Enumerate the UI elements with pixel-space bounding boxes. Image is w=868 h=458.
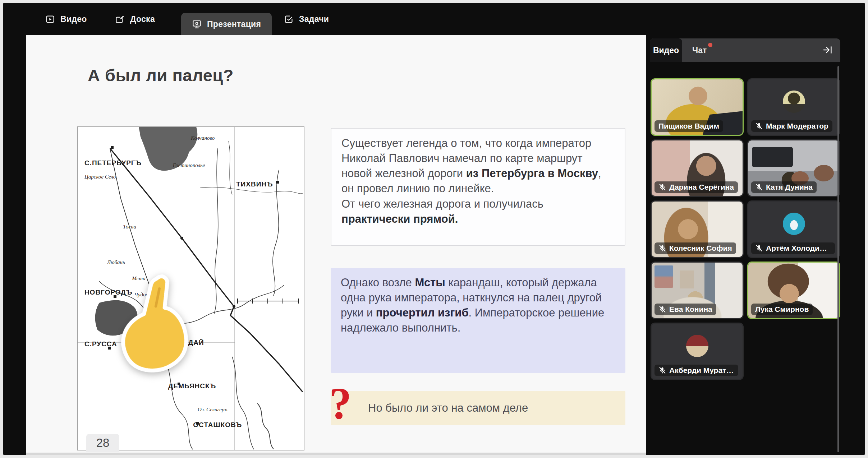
question-banner: ? Но было ли это на самом деле	[331, 391, 625, 425]
participant-tile[interactable]: Акберди Муратб...	[651, 323, 744, 380]
map-label: Гостинополье	[173, 162, 205, 168]
participants-grid: Пищиков Вадим Марк Модератор	[651, 78, 840, 380]
conference-window: Видео Доска Презентация Задачи А был	[3, 3, 865, 455]
page-number-badge: 28	[86, 434, 119, 452]
participant-tile[interactable]: Ева Конина	[651, 262, 744, 319]
mic-muted-icon	[755, 183, 763, 191]
tab-tasks-label: Задачи	[299, 14, 329, 24]
participant-tile[interactable]: Марк Модератор	[747, 78, 840, 136]
tab-video[interactable]: Видео	[45, 3, 87, 35]
map-label: Тосна	[123, 224, 136, 230]
historic-map: С.ПЕТЕРБУРГЪЦарское СелоКолчановоГостино…	[77, 126, 304, 450]
participant-name-bar: Акберди Муратб...	[655, 365, 738, 376]
participant-name: Колесник София	[669, 244, 732, 253]
slide-title: А был ли палец?	[88, 65, 234, 85]
tab-board-label: Доска	[130, 14, 155, 24]
collapse-sidebar-icon[interactable]	[822, 45, 833, 55]
mic-muted-icon	[658, 183, 666, 191]
sidebar-tab-video[interactable]: Видео	[650, 38, 682, 62]
participant-name: Лука Смирнов	[755, 305, 809, 314]
participant-name-bar: Дарина Серёгина	[655, 181, 738, 193]
participant-name-bar: Марк Модератор	[751, 120, 832, 132]
sidebar-header: Видео Чат	[650, 38, 840, 62]
top-tab-bar: Видео Доска Презентация Задачи	[3, 3, 865, 35]
tab-presentation[interactable]: Презентация	[181, 13, 272, 35]
participant-name-bar: Катя Дунина	[751, 181, 817, 193]
map-label: Царское Село	[84, 174, 116, 180]
participant-name: Ева Конина	[669, 305, 712, 314]
participant-name: Дарина Серёгина	[669, 183, 734, 191]
participant-tile[interactable]: Пищиков Вадим	[651, 78, 744, 136]
participant-name-bar: Колесник София	[655, 242, 736, 254]
participant-name: Катя Дунина	[766, 183, 813, 191]
participant-name: Артём Холодинск...	[766, 244, 831, 253]
presentation-tab-icon	[192, 19, 202, 29]
map-label: С.ПЕТЕРБУРГЪ	[84, 159, 142, 167]
tab-board[interactable]: Доска	[115, 3, 155, 35]
participant-avatar	[783, 213, 805, 235]
board-tab-icon	[115, 14, 125, 24]
mic-muted-icon	[658, 244, 666, 252]
map-label: Колчаново	[191, 135, 215, 141]
tab-presentation-label: Презентация	[207, 19, 261, 29]
tab-video-label: Видео	[60, 14, 87, 24]
sidebar-tab-video-label: Видео	[653, 46, 679, 55]
mic-muted-icon	[755, 122, 763, 130]
bend-text-card: Однако возле Мсты карандаш, который держ…	[331, 268, 625, 373]
map-label: ТИХВИНЪ	[236, 180, 273, 188]
legend-text-card: Существует легенда о том, что когда импе…	[331, 128, 625, 246]
mic-muted-icon	[658, 366, 666, 374]
question-text: Но было ли это на самом деле	[368, 401, 528, 416]
participant-name-bar: Артём Холодинск...	[751, 242, 835, 254]
sidebar-tab-chat[interactable]: Чат	[692, 38, 707, 62]
slide-bottom-strip	[26, 453, 646, 455]
chat-notification-dot	[708, 43, 712, 47]
participant-name-bar: Лука Смирнов	[751, 304, 813, 315]
participant-tile[interactable]: Дарина Серёгина	[651, 139, 744, 197]
participant-name: Акберди Муратб...	[669, 366, 734, 375]
mic-muted-icon	[658, 305, 666, 313]
sidebar-tab-chat-label: Чат	[692, 46, 707, 55]
map-label: ДЕМЬЯНСКЪ	[168, 382, 216, 390]
map-label: Любань	[107, 259, 125, 265]
participant-name: Пищиков Вадим	[658, 122, 719, 130]
map-label: Оз. Селигеръ	[198, 407, 227, 413]
participant-tile[interactable]: Артём Холодинск...	[747, 200, 840, 258]
question-mark-glyph: ?	[329, 374, 352, 434]
tab-tasks[interactable]: Задачи	[284, 3, 329, 35]
participant-name-bar: Пищиков Вадим	[655, 120, 723, 132]
video-tab-icon	[45, 14, 55, 24]
app: Видео Доска Презентация Задачи А был	[0, 0, 868, 458]
mic-muted-icon	[755, 244, 763, 252]
participant-tile[interactable]: Катя Дунина	[747, 139, 840, 197]
tasks-tab-icon	[284, 14, 294, 24]
sidebar-scrollbar[interactable]	[837, 66, 839, 452]
participant-tile[interactable]: Лука Смирнов	[747, 262, 840, 319]
participant-avatar	[686, 335, 708, 357]
presentation-slide: А был ли палец?	[26, 35, 646, 455]
pointing-hand-sticker	[98, 272, 197, 381]
participant-avatar	[783, 91, 805, 113]
map-label: ОСТАШКОВЪ	[193, 421, 242, 429]
participant-name-bar: Ева Конина	[655, 304, 716, 315]
participant-tile[interactable]: Колесник София	[651, 200, 744, 258]
participant-name: Марк Модератор	[766, 122, 828, 130]
